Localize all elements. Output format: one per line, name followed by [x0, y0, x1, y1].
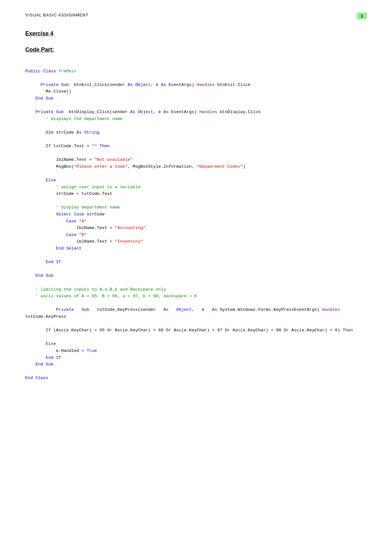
- header-title: VISUAL BASIC ASSIGNMENT: [25, 13, 88, 17]
- code-part-title: Code Part:: [25, 46, 367, 53]
- page-header: VISUAL BASIC ASSIGNMENT 1: [25, 13, 367, 21]
- page-container: VISUAL BASIC ASSIGNMENT 1 Exercise 4 Cod…: [0, 0, 392, 554]
- code-block: Public Class frmMain Private Sub btnExit…: [25, 61, 367, 388]
- page-number: 1: [357, 13, 367, 19]
- exercise-title: Exercise 4: [25, 30, 367, 37]
